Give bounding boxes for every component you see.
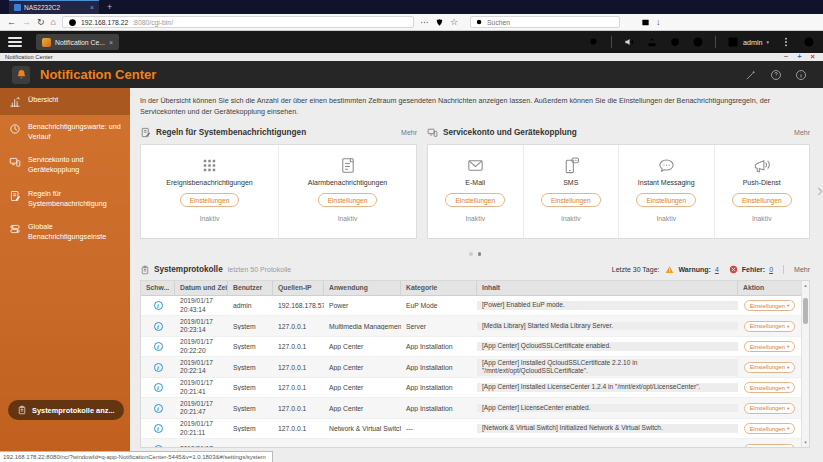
einstellungen-button[interactable]: Einstellungen	[180, 193, 240, 207]
sidebar-item[interactable]: Benachrichtigungswarte: und Verlauf	[0, 115, 130, 148]
column-header[interactable]: Datum und Zeit	[175, 281, 228, 295]
help-icon[interactable]	[770, 69, 782, 81]
column-header[interactable]: Kategorie	[401, 281, 477, 295]
row-einstellungen-button[interactable]: Einstellungen▾	[744, 382, 796, 393]
scrollbar-thumb[interactable]	[803, 298, 808, 324]
source-ip-cell: 192.168.178.57	[273, 302, 324, 309]
back-icon[interactable]: ←	[7, 18, 16, 27]
category-cell: EuP Mode	[401, 302, 477, 309]
library-icon[interactable]	[626, 18, 635, 27]
column-header[interactable]: Aktion	[738, 281, 801, 295]
download-icon[interactable]: ↓	[656, 18, 661, 27]
table-scrollbar[interactable]: ▴ ▾	[801, 281, 809, 447]
external-device-icon[interactable]	[646, 36, 658, 48]
column-header[interactable]: Inhalt	[477, 281, 738, 295]
notification-center-app-icon	[42, 38, 51, 47]
sidebar-toggle-icon[interactable]	[641, 18, 650, 27]
volume-icon[interactable]	[623, 36, 635, 48]
row-einstellungen-button[interactable]: Einstellungen▾	[744, 444, 796, 448]
site-info-icon[interactable]	[68, 18, 77, 27]
sidebar-item[interactable]: Übersicht	[0, 88, 130, 115]
carousel-next-icon[interactable]: ›	[817, 180, 823, 199]
service-card: E-MailEinstellungenInaktivSMSEinstellung…	[427, 144, 810, 239]
log-row[interactable]: i 2019/01/1720:43:14 admin 192.168.178.5…	[141, 296, 801, 317]
row-einstellungen-button[interactable]: Einstellungen▾	[744, 403, 796, 414]
scrollbar-up-icon[interactable]: ▴	[802, 283, 809, 288]
sidebar-item[interactable]: Regeln für Systembenachrichtigung	[0, 182, 130, 215]
taskbar-app-close-icon[interactable]: ×	[109, 39, 113, 46]
log-row[interactable]: i 2019/01/17 Einstellungen▾	[141, 439, 801, 448]
carousel-dot[interactable]	[469, 252, 473, 256]
home-icon[interactable]: ⌂	[51, 18, 56, 27]
row-einstellungen-button[interactable]: Einstellungen▾	[744, 362, 796, 373]
action-cell: Einstellungen▾	[738, 321, 801, 332]
minimize-icon[interactable]: −	[784, 53, 788, 61]
column-header[interactable]: Schw...	[141, 281, 175, 295]
log-row[interactable]: i 2019/01/1720:21:47 System 127.0.0.1 Ap…	[141, 398, 801, 419]
einstellungen-button[interactable]: Einstellungen	[636, 193, 696, 207]
about-icon[interactable]	[795, 69, 807, 81]
close-icon[interactable]: ×	[811, 53, 815, 61]
sidebar-item[interactable]: Globale Benachrichtigungseinste	[0, 215, 130, 248]
tab-close-icon[interactable]: ×	[90, 4, 94, 11]
browser-tab[interactable]: NAS2232C2 ×	[9, 0, 99, 14]
browser-menu-icon[interactable]	[667, 18, 676, 27]
row-einstellungen-button[interactable]: Einstellungen▾	[744, 341, 796, 352]
main-menu-icon[interactable]	[8, 37, 22, 47]
log-row[interactable]: i 2019/01/1720:21:11 System 127.0.0.1 Ne…	[141, 419, 801, 440]
user-cell: admin	[228, 302, 273, 309]
row-einstellungen-button[interactable]: Einstellungen▾	[744, 423, 796, 434]
einstellungen-button[interactable]: Einstellungen	[445, 193, 505, 207]
carousel-dot-active[interactable]	[478, 252, 482, 256]
bookmark-star-icon[interactable]: ☆	[450, 18, 458, 27]
column-header[interactable]: Quellen-IP	[273, 281, 324, 295]
service-more-link[interactable]: Mehr	[794, 129, 810, 136]
column-header[interactable]: Anwendung	[324, 281, 401, 295]
scrollbar-down-icon[interactable]: ▾	[802, 440, 809, 445]
warning-count-link[interactable]: 4	[715, 266, 719, 273]
sidebar-item[interactable]: Servicekonto und Gerätekopplung	[0, 148, 130, 181]
action-cell: Einstellungen▾	[738, 423, 801, 434]
content-cell: [App Center] QcloudSSLCertificate enable…	[477, 342, 738, 351]
url-bar[interactable]: 192.168.178.22:8080/cgi-bin/	[62, 16, 414, 28]
log-row[interactable]: i 2019/01/1720:22:20 System 127.0.0.1 Ap…	[141, 337, 801, 358]
reload-icon[interactable]: ↻	[37, 18, 45, 27]
row-einstellungen-button[interactable]: Einstellungen▾	[744, 300, 796, 311]
window-titlebar: Notification Center − + ×	[0, 53, 823, 61]
desktop-search-icon[interactable]	[588, 36, 600, 48]
severity-cell: i	[141, 404, 175, 413]
datetime-cell: 2019/01/1720:43:14	[175, 297, 228, 314]
alert-icon[interactable]	[692, 36, 704, 48]
einstellungen-button[interactable]: Einstellungen	[318, 193, 378, 207]
error-count-link[interactable]: 0	[769, 266, 773, 273]
page-actions-icon[interactable]	[420, 18, 429, 27]
taskbar-app-tab[interactable]: Notification Ce... ×	[36, 34, 119, 50]
panel-title: Servicekonto und Gerätekopplung	[443, 128, 577, 137]
background-tasks-icon[interactable]	[669, 36, 681, 48]
maximize-icon[interactable]: +	[797, 53, 801, 61]
more-options-icon[interactable]	[780, 36, 792, 48]
rules-more-link[interactable]: Mehr	[401, 129, 417, 136]
search-box[interactable]	[470, 16, 620, 28]
column-header[interactable]: Benutzer	[228, 281, 273, 295]
quick-start-wand-icon[interactable]	[745, 69, 757, 81]
show-system-logs-button[interactable]: Systemprotokolle anz...	[8, 400, 124, 420]
tracking-shield-icon[interactable]	[435, 18, 444, 27]
einstellungen-button[interactable]: Einstellungen	[541, 193, 601, 207]
dashboard-icon[interactable]	[803, 36, 815, 48]
search-input[interactable]	[487, 19, 615, 26]
global-icon	[9, 223, 21, 235]
logs-more-link[interactable]: Mehr	[794, 266, 810, 273]
log-row[interactable]: i 2019/01/1720:23:14 System 127.0.0.1 Mu…	[141, 316, 801, 337]
forward-icon[interactable]: →	[22, 18, 31, 27]
tab-title: NAS2232C2	[24, 4, 87, 11]
row-einstellungen-button[interactable]: Einstellungen▾	[744, 321, 796, 332]
einstellungen-button[interactable]: Einstellungen	[732, 193, 792, 207]
channel-label: Instant Messaging	[638, 179, 695, 186]
notification-channel: E-MailEinstellungenInaktiv	[428, 145, 523, 238]
user-menu[interactable]: admin ▾	[727, 36, 769, 48]
log-row[interactable]: i 2019/01/1720:21:41 System 127.0.0.1 Ap…	[141, 378, 801, 399]
tab-favicon-icon	[14, 4, 21, 11]
new-tab-button[interactable]: +	[107, 3, 112, 12]
log-row[interactable]: i 2019/01/1720:22:14 System 127.0.0.1 Ap…	[141, 357, 801, 378]
